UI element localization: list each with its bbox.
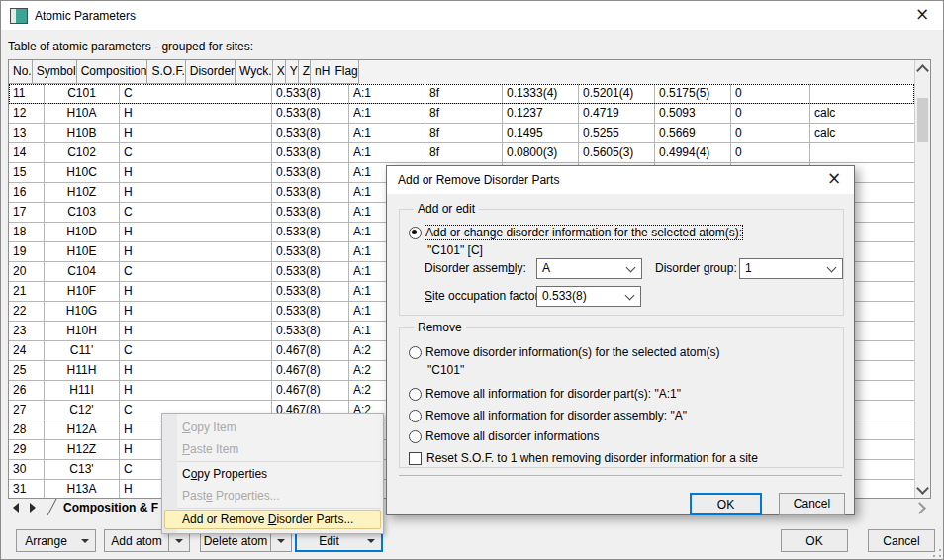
cell-x[interactable]: 0.0800(3) [503,143,579,163]
scroll-down-button[interactable] [915,481,930,498]
column-header[interactable]: Flag [330,60,358,84]
cell-z[interactable]: 0.5093 [655,104,731,124]
disorder-assembly-combobox[interactable]: A [536,258,642,279]
cell-composition[interactable]: H [120,381,272,401]
menu-item-copy-item[interactable]: Copy Item [162,417,383,438]
cell-disorder[interactable]: A:1 [349,124,425,143]
cell-no[interactable]: 30 [9,460,45,480]
cell-composition[interactable]: C [120,143,272,163]
cell-symbol[interactable]: H10B [45,124,120,143]
cell-z[interactable]: 0.5175(5) [655,84,731,104]
menu-item-copy-properties[interactable]: Copy Properties [162,463,383,485]
cell-composition[interactable]: H [120,104,272,124]
vertical-scrollbar[interactable] [914,60,930,498]
cell-no[interactable]: 21 [9,282,45,302]
cell-no[interactable]: 11 [9,84,45,104]
cell-sof[interactable]: 0.533(8) [272,242,349,262]
cell-composition[interactable]: C [120,341,272,361]
scroll-up-button[interactable] [915,60,930,77]
radio-remove-assembly[interactable] [409,410,422,422]
cell-sof[interactable]: 0.533(8) [272,143,349,163]
cell-no[interactable]: 22 [9,302,45,322]
column-header[interactable]: Disorder [186,60,236,84]
arrange-button[interactable]: Arrange [16,529,96,552]
cell-sof[interactable]: 0.533(8) [272,163,349,183]
cell-no[interactable]: 17 [9,203,45,223]
column-header[interactable]: nH [311,60,330,84]
cell-y[interactable]: 0.5255 [579,124,655,143]
cell-no[interactable]: 23 [9,322,45,341]
scrollbar-thumb[interactable] [917,98,928,142]
cell-no[interactable]: 16 [9,183,45,203]
cell-composition[interactable]: H [120,163,272,183]
cell-wyck[interactable]: 8f [425,143,503,163]
cell-z[interactable]: 0.5669 [655,124,731,143]
cell-sof[interactable]: 0.467(8) [272,361,349,381]
cell-symbol[interactable]: H10A [45,104,120,124]
tab-scroll-right-button[interactable] [25,501,41,514]
cell-no[interactable]: 25 [9,361,45,381]
disorder-group-combobox[interactable]: 1 [739,258,843,279]
cell-no[interactable]: 20 [9,262,45,282]
table-row[interactable]: 14 C102 C 0.533(8) A:1 8f 0.0800(3) 0.56… [9,143,914,163]
cell-sof[interactable]: 0.533(8) [272,262,349,282]
reset-sof-checkbox-label[interactable]: Reset S.O.F. to 1 when removing disorder… [426,451,758,465]
radio-remove-part-label[interactable]: Remove all information for disorder part… [425,387,681,401]
main-ok-button[interactable]: OK [781,529,848,552]
menu-item-paste-properties[interactable]: Paste Properties... [162,485,383,507]
cell-y[interactable]: 0.4719 [579,104,655,124]
cell-symbol[interactable]: C11' [45,341,120,361]
cell-wyck[interactable]: 8f [425,104,503,124]
column-header[interactable]: Symbol [33,60,77,84]
cell-flag[interactable] [810,84,914,104]
cell-wyck[interactable]: 8f [425,84,503,104]
cell-composition[interactable]: C [120,84,272,104]
menu-item-paste-item[interactable]: Paste Item [162,438,383,460]
cell-no[interactable]: 14 [9,143,45,163]
cell-symbol[interactable]: C13' [45,460,120,480]
cell-x[interactable]: 0.1237 [503,104,579,124]
cell-sof[interactable]: 0.533(8) [272,104,349,124]
table-row[interactable]: 11 C101 C 0.533(8) A:1 8f 0.1333(4) 0.52… [9,84,914,104]
cell-sof[interactable]: 0.533(8) [272,124,349,143]
cell-sof[interactable]: 0.467(8) [272,381,349,401]
cell-no[interactable]: 12 [9,104,45,124]
cell-no[interactable]: 13 [9,124,45,143]
cell-symbol[interactable]: H10C [45,163,120,183]
arrange-dropdown-arrow[interactable] [75,530,95,551]
cell-composition[interactable]: H [120,282,272,302]
window-close-button[interactable]: × [910,6,934,26]
cell-no[interactable]: 15 [9,163,45,183]
cell-no[interactable]: 24 [9,341,45,361]
radio-add-or-change[interactable] [409,227,422,239]
dialog-close-button[interactable]: × [822,170,846,190]
cell-composition[interactable]: H [120,322,272,341]
cell-sof[interactable]: 0.533(8) [272,223,349,242]
cell-no[interactable]: 31 [9,480,45,498]
radio-remove-all-label[interactable]: Remove all disorder informations [425,429,599,443]
column-header[interactable]: Composition [77,60,148,84]
cell-symbol[interactable]: C12' [45,401,120,420]
cell-disorder[interactable]: A:1 [349,84,425,104]
tab-scroll-left-button[interactable] [8,501,24,514]
cell-no[interactable]: 19 [9,242,45,262]
column-header[interactable]: S.O.F. [147,60,185,84]
cell-sof[interactable]: 0.533(8) [272,282,349,302]
cell-composition[interactable]: H [120,242,272,262]
cell-composition[interactable]: C [120,203,272,223]
cell-flag[interactable] [810,143,914,163]
resize-grip[interactable] [933,549,941,557]
cell-composition[interactable]: H [120,183,272,203]
cell-symbol[interactable]: H11H [45,361,120,381]
cell-nh[interactable]: 0 [731,84,810,104]
cell-symbol[interactable]: H12Z [45,440,120,460]
column-header[interactable]: No. [9,60,33,84]
cell-composition[interactable]: H [120,302,272,322]
cell-symbol[interactable]: H12A [45,420,120,440]
cell-symbol[interactable]: C102 [45,143,120,163]
cell-sof[interactable]: 0.467(8) [272,341,349,361]
radio-remove-assembly-label[interactable]: Remove all information for disorder asse… [425,409,687,422]
cell-no[interactable]: 18 [9,223,45,242]
cell-sof[interactable]: 0.533(8) [272,183,349,203]
cell-sof[interactable]: 0.533(8) [272,203,349,223]
